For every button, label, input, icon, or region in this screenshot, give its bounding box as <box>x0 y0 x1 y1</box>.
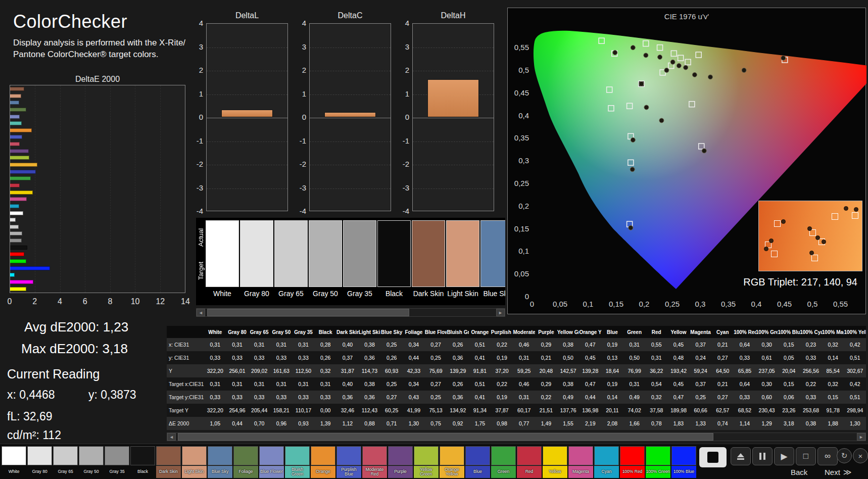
gridline <box>413 47 494 48</box>
table-value-cell: 112,50 <box>293 368 315 374</box>
patch-compare-cell <box>481 221 505 286</box>
actual-patch <box>481 221 505 254</box>
toolbar-swatch-button[interactable]: Magenta <box>568 446 593 478</box>
swatch-color <box>233 446 258 465</box>
toolbar-swatch-button[interactable]: Yellow Green <box>414 446 439 478</box>
toolbar-swatch-button[interactable]: Cyan <box>594 446 619 478</box>
table-value-cell: 0,31 <box>270 342 293 348</box>
target-patch <box>344 254 376 286</box>
scroll-left-arrow-icon[interactable]: ◄ <box>197 309 205 316</box>
scroll-left-arrow-icon[interactable]: ◄ <box>167 433 176 441</box>
table-value-cell: 0,31 <box>204 342 226 348</box>
table-scrollbar[interactable]: ◄ ► <box>167 433 866 441</box>
table-column-header: Red <box>645 329 667 335</box>
table-value-cell: 37,20 <box>491 368 513 374</box>
play-button[interactable]: ▶ <box>774 447 794 465</box>
pause-bar <box>759 453 761 460</box>
swatch-label: Orange Yellow <box>440 466 464 478</box>
toolbar-swatch-button[interactable]: Moderate Red <box>362 446 387 478</box>
delta-y-tick: 3 <box>293 42 306 51</box>
table-value-cell: 0,36 <box>447 394 469 400</box>
measured-marker <box>781 56 786 60</box>
infinity-button[interactable]: ∞ <box>817 447 838 465</box>
close-button[interactable]: × <box>853 448 868 463</box>
table-value-cell: 0,38 <box>359 381 381 387</box>
table-value-cell: 21,51 <box>535 407 557 413</box>
toolbar-swatch-button[interactable]: Gray 35 <box>105 446 129 478</box>
toolbar-swatch-button[interactable]: Gray 80 <box>27 446 52 478</box>
refresh-button[interactable]: ↻ <box>837 448 852 463</box>
toolbar-swatch-button[interactable]: Green <box>491 446 516 478</box>
toolbar-swatch-button[interactable]: Blue <box>465 446 490 478</box>
table-value-cell: 75,13 <box>425 407 447 413</box>
toolbar-swatch-button[interactable]: Yellow <box>543 446 567 478</box>
toolbar-swatch-button[interactable]: Purple <box>388 446 413 478</box>
scroll-right-arrow-icon[interactable]: ► <box>857 433 865 441</box>
toolbar-swatch-button[interactable]: White <box>2 446 26 478</box>
patch-box <box>412 221 445 286</box>
toolbar-swatch-button[interactable]: 100% Green <box>646 446 670 478</box>
scroll-track[interactable] <box>176 433 857 441</box>
cie-zoom-inset <box>758 201 862 271</box>
table-value-cell: 0,25 <box>380 342 403 348</box>
scroll-thumb[interactable] <box>178 433 713 441</box>
swatch-color <box>2 446 26 465</box>
toolbar-swatch-button[interactable]: Blue Flower <box>259 446 284 478</box>
toolbar-swatch-button[interactable]: Gray 65 <box>53 446 78 478</box>
swatch-label: Orange <box>311 466 335 478</box>
swatch-label: 100% Blue <box>671 466 696 478</box>
table-value-cell: 3,18 <box>778 420 800 426</box>
toolbar-swatch-button[interactable]: Light Skin <box>182 446 207 478</box>
scroll-track[interactable] <box>205 309 496 316</box>
table-value-cell: 0,25 <box>690 394 712 400</box>
toolbar-swatch-button[interactable]: Purplish Blue <box>336 446 361 478</box>
deltae-x-tick: 0 <box>0 297 20 306</box>
table-column-header: Blue Sky <box>380 329 403 335</box>
delta-y-tick: -1 <box>293 136 306 145</box>
toolbar-swatch-button[interactable]: Bluish Green <box>285 446 310 478</box>
table-value-cell: 60,17 <box>513 407 535 413</box>
table-value-cell: 0,51 <box>469 381 491 387</box>
stop-button[interactable]: □ <box>796 447 816 465</box>
table-value-cell: 60,25 <box>380 407 403 413</box>
toolbar-swatch-button[interactable]: Red <box>517 446 542 478</box>
delta-value-bar <box>324 112 376 117</box>
patch-label: Gray 80 <box>239 290 274 298</box>
swatch-color <box>594 446 619 465</box>
table-value-cell: 0,60 <box>756 394 778 400</box>
next-button[interactable]: Next ≫ <box>825 466 852 477</box>
deltae-bar <box>10 246 27 250</box>
toolbar-swatch-button[interactable]: Orange <box>311 446 335 478</box>
scroll-thumb[interactable] <box>207 309 409 316</box>
pause-button[interactable] <box>752 447 773 465</box>
current-fl-value: fL: 32,69 <box>7 410 53 423</box>
swatch-color <box>388 446 413 465</box>
toolbar-swatch-button[interactable]: Foliage <box>233 446 258 478</box>
cie-x-tick: 0,45 <box>774 300 796 308</box>
toolbar-swatch-button[interactable]: 100% Red <box>620 446 645 478</box>
toolbar-swatch-button[interactable]: 100% Blue <box>671 446 696 478</box>
pattern-window-button[interactable] <box>699 447 727 467</box>
swatch-label: Moderate Red <box>362 466 387 478</box>
patch-compare-cell <box>378 221 410 286</box>
toolbar-swatch-button[interactable]: Blue Sky <box>208 446 232 478</box>
back-button[interactable]: Back <box>791 466 807 477</box>
scroll-right-arrow-icon[interactable]: ► <box>496 309 505 316</box>
table-value-cell: 0,36 <box>359 394 381 400</box>
delta-h-plot <box>412 23 494 211</box>
measured-marker <box>631 45 635 50</box>
toolbar-swatch-button[interactable]: Gray 50 <box>79 446 104 478</box>
table-value-cell: 32,46 <box>336 407 359 413</box>
table-value-cell: 0,19 <box>601 342 623 348</box>
inset-measured-marker <box>822 240 826 244</box>
table-value-cell: 0,43 <box>403 394 425 400</box>
swatch-color <box>105 446 129 465</box>
swatch-color <box>362 446 387 465</box>
table-value-cell: 0,42 <box>844 342 866 348</box>
patch-strip-scrollbar[interactable]: ◄ ► <box>196 308 505 317</box>
swatch-label: Dark Skin <box>156 466 181 478</box>
toolbar-swatch-button[interactable]: Dark Skin <box>156 446 181 478</box>
toolbar-swatch-button[interactable]: Black <box>130 446 155 478</box>
toolbar-swatch-button[interactable]: Orange Yellow <box>440 446 464 478</box>
eject-button[interactable] <box>731 447 751 465</box>
